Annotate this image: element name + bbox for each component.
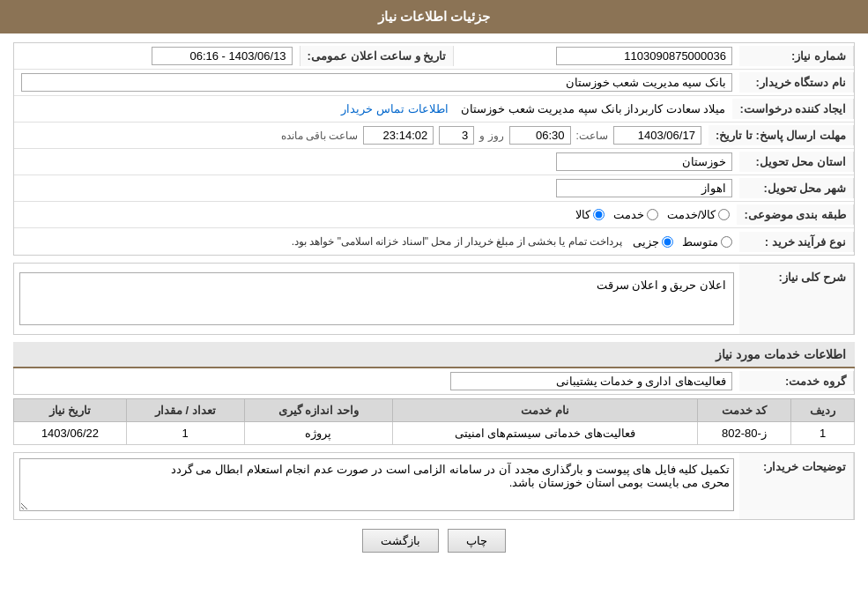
need-number-value [454, 43, 739, 69]
category-option-kala-khedmat[interactable]: کالا/خدمت [667, 208, 731, 221]
category-label: طبقه بندی موضوعی: [737, 204, 854, 225]
need-number-label: شماره نیاز: [739, 46, 854, 66]
purchase-type-label-jozei: جزیی [633, 235, 659, 249]
description-label: شرح کلی نیاز: [739, 264, 854, 334]
row-province: استان محل تحویل: [14, 149, 854, 175]
row-category: طبقه بندی موضوعی: کالا/خدمت خدمت [14, 202, 854, 228]
purchase-type-radio-jozei[interactable] [662, 236, 673, 248]
description-text: اعلان حریق و اعلان سرقت [597, 279, 726, 292]
announcement-datetime-label: تاریخ و ساعت اعلان عمومی: [300, 46, 455, 66]
col-header-unit: واحد اندازه گیری [244, 399, 393, 422]
city-input[interactable] [556, 179, 732, 197]
back-button[interactable]: بازگشت [362, 529, 439, 553]
row-buyer-name: نام دستگاه خریدار: [14, 70, 854, 96]
table-header-row: ردیف کد خدمت نام خدمت واحد اندازه گیری ت… [14, 399, 855, 422]
category-radio-kala[interactable] [593, 209, 605, 220]
buyer-name-input[interactable] [21, 73, 732, 92]
deadline-day-label: روز و [479, 130, 503, 142]
province-value [14, 149, 739, 175]
main-content: شماره نیاز: تاریخ و ساعت اعلان عمومی: نا… [0, 33, 868, 570]
category-option-khedmat[interactable]: خدمت [613, 208, 658, 221]
deadline-time-input[interactable] [509, 126, 571, 145]
category-label-kala-khedmat: کالا/خدمت [667, 208, 716, 221]
row-deadline: مهلت ارسال پاسخ: تا تاریخ: ساعت: روز و س… [14, 123, 854, 149]
cell-quantity: 1 [126, 422, 244, 445]
page-wrapper: جزئیات اطلاعات نیاز شماره نیاز: تاریخ و … [0, 0, 868, 609]
purchase-type-option-motavassет[interactable]: متوسط [682, 235, 732, 249]
deadline-days-input[interactable] [439, 126, 474, 145]
service-group-input[interactable] [450, 372, 732, 390]
page-title: جزئیات اطلاعات نیاز [378, 9, 490, 24]
row-purchase-type: نوع فرآیند خرید : متوسط جزیی [14, 228, 854, 255]
buyer-notes-value: تکمیل کلیه فایل های پیوست و بارگذاری مجد… [14, 453, 739, 519]
row-city: شهر محل تحویل: [14, 175, 854, 202]
purchase-type-option-jozei[interactable]: جزیی [633, 235, 673, 249]
purchase-type-note: پرداخت تمام یا بخشی از مبلغ خریدار از مح… [292, 235, 622, 248]
creator-text: میلاد سعادت کاربرداز بانک سپه مدیریت شعب… [461, 102, 725, 115]
main-form-section: شماره نیاز: تاریخ و ساعت اعلان عمومی: نا… [13, 42, 855, 256]
deadline-time-label: ساعت: [576, 130, 608, 142]
deadline-remain-input[interactable] [363, 126, 434, 145]
page-header: جزئیات اطلاعات نیاز [0, 0, 868, 33]
row-creator: ایجاد کننده درخواست: میلاد سعادت کاربردا… [14, 96, 854, 123]
buyer-name-value [14, 70, 739, 95]
announcement-datetime-value [14, 43, 300, 69]
province-label: استان محل تحویل: [739, 152, 854, 172]
category-option-kala[interactable]: کالا [575, 208, 605, 221]
cell-row-num: 1 [791, 422, 855, 445]
table-row: 1 ز-80-802 فعالیت‌های خدماتی سیستم‌های ا… [14, 422, 855, 445]
deadline-date-input[interactable] [613, 126, 701, 145]
city-value [14, 175, 739, 201]
services-section-title: اطلاعات خدمات مورد نیاز [13, 342, 855, 368]
service-group-value [14, 368, 739, 394]
category-radio-kala-khedmat[interactable] [718, 209, 730, 220]
description-box: اعلان حریق و اعلان سرقت [19, 272, 734, 325]
contact-link[interactable]: اطلاعات تماس خریدار [341, 102, 448, 115]
need-number-input[interactable] [556, 47, 732, 65]
print-button[interactable]: چاپ [448, 529, 506, 553]
buyer-notes-section: توضیحات خریدار: تکمیل کلیه فایل های پیوس… [13, 452, 855, 520]
purchase-type-label-motavaset: متوسط [682, 235, 718, 249]
purchase-type-radio-motavaset[interactable] [721, 236, 732, 248]
buyer-notes-textarea[interactable]: تکمیل کلیه فایل های پیوست و بارگذاری مجد… [19, 458, 734, 511]
announcement-datetime-input[interactable] [152, 47, 293, 65]
col-header-row-num: ردیف [791, 399, 855, 422]
purchase-type-value: متوسط جزیی پرداخت تمام یا بخشی از مبلغ خ… [14, 232, 739, 252]
deadline-value: ساعت: روز و ساعت باقی مانده [14, 123, 708, 148]
creator-label: ایجاد کننده درخواست: [732, 99, 854, 119]
buyer-name-label: نام دستگاه خریدار: [739, 72, 854, 93]
description-section: شرح کلی نیاز: اعلان حریق و اعلان سرقت [13, 263, 855, 335]
service-group-row: گروه خدمت: [13, 368, 855, 395]
col-header-quantity: تعداد / مقدار [126, 399, 244, 422]
col-header-date: تاریخ نیاز [14, 399, 127, 422]
service-group-label: گروه خدمت: [739, 371, 854, 391]
services-table: ردیف کد خدمت نام خدمت واحد اندازه گیری ت… [13, 398, 855, 445]
creator-value: میلاد سعادت کاربرداز بانک سپه مدیریت شعب… [14, 99, 732, 119]
cell-unit: پروژه [244, 422, 393, 445]
category-label-khedmat: خدمت [613, 208, 644, 221]
buttons-row: چاپ بازگشت [13, 520, 855, 561]
buyer-notes-label: توضیحات خریدار: [739, 453, 854, 519]
purchase-type-label: نوع فرآیند خرید : [739, 232, 854, 252]
category-label-kala: کالا [575, 208, 590, 221]
col-header-service-name: نام خدمت [393, 399, 697, 422]
city-label: شهر محل تحویل: [739, 178, 854, 198]
province-input[interactable] [556, 152, 732, 171]
cell-service-name: فعالیت‌های خدماتی سیستم‌های امنیتی [393, 422, 697, 445]
deadline-label: مهلت ارسال پاسخ: تا تاریخ: [708, 125, 854, 145]
category-value: کالا/خدمت خدمت کالا [14, 204, 737, 225]
description-value: اعلان حریق و اعلان سرقت [14, 264, 739, 334]
cell-service-code: ز-80-802 [697, 422, 791, 445]
deadline-remain-label: ساعت باقی مانده [281, 130, 359, 142]
cell-date: 1403/06/22 [14, 422, 127, 445]
category-radio-khedmat[interactable] [647, 209, 658, 220]
col-header-service-code: کد خدمت [697, 399, 791, 422]
row-need-number: شماره نیاز: تاریخ و ساعت اعلان عمومی: [14, 43, 854, 70]
